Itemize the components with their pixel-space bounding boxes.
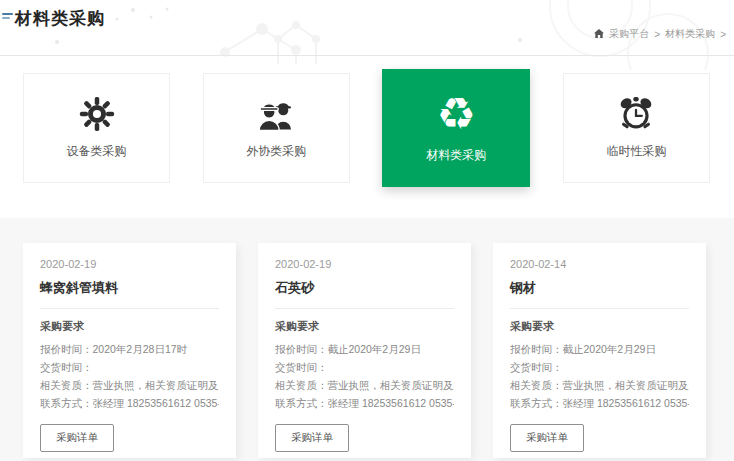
listing-divider <box>275 308 454 309</box>
purchase-detail-button[interactable]: 采购详单 <box>40 424 114 452</box>
listing-detail-qualifications: 相关资质：营业执照，相关资质证明及业绩清单等 <box>510 376 689 394</box>
gear-icon <box>79 96 115 132</box>
workers-icon <box>256 96 296 132</box>
home-icon <box>594 29 604 39</box>
listing-date: 2020-02-19 <box>40 258 219 270</box>
listing-detail-contact: 联系方式：张经理 18253561612 0535-8012972 <box>510 394 689 412</box>
listing-card: 2020-02-19 石英砂 采购要求 报价时间：截止2020年2月29日 交货… <box>258 243 471 458</box>
listing-detail-quote-time: 报价时间：截止2020年2月29日 <box>275 340 454 358</box>
purchase-detail-button[interactable]: 采购详单 <box>275 424 349 452</box>
listing-cards: 2020-02-19 蜂窝斜管填料 采购要求 报价时间：2020年2月28日17… <box>23 243 706 458</box>
category-card-outsourcing[interactable]: 外协类采购 <box>203 73 350 183</box>
listing-title: 石英砂 <box>275 279 454 297</box>
listing-date: 2020-02-19 <box>275 258 454 270</box>
listing-date: 2020-02-14 <box>510 258 689 270</box>
listing-divider <box>40 308 219 309</box>
listing-section-label: 采购要求 <box>40 319 219 334</box>
listing-detail-qualifications: 相关资质：营业执照，相关资质证明及业绩清单等 <box>275 376 454 394</box>
category-card-equipment[interactable]: 设备类采购 <box>23 73 170 183</box>
category-cards: 设备类采购 外协类采购 ♻ 材料类采购 <box>23 73 710 187</box>
purchase-detail-button[interactable]: 采购详单 <box>510 424 584 452</box>
breadcrumb-separator: > <box>720 29 726 40</box>
listing-detail-delivery-time: 交货时间： <box>510 358 689 376</box>
recycle-icon: ♻ <box>437 92 476 136</box>
listing-section-label: 采购要求 <box>510 319 689 334</box>
listing-detail-contact: 联系方式：张经理 18253561612 0535-8012972 <box>275 394 454 412</box>
alarm-clock-icon <box>618 96 654 132</box>
listing-card: 2020-02-19 蜂窝斜管填料 采购要求 报价时间：2020年2月28日17… <box>23 243 236 458</box>
category-label: 临时性采购 <box>606 143 666 160</box>
category-card-material[interactable]: ♻ 材料类采购 <box>382 69 530 187</box>
page-title: 材料类采购 <box>15 7 105 30</box>
breadcrumb-home[interactable]: 采购平台 <box>609 27 649 41</box>
category-card-temporary[interactable]: 临时性采购 <box>563 73 710 183</box>
header-divider <box>0 55 734 56</box>
listing-detail-delivery-time: 交货时间： <box>275 358 454 376</box>
listing-divider <box>510 308 689 309</box>
category-label: 外协类采购 <box>246 143 306 160</box>
listing-title: 钢材 <box>510 279 689 297</box>
listing-detail-quote-time: 报价时间：2020年2月28日17时 <box>40 340 219 358</box>
listing-detail-delivery-time: 交货时间： <box>40 358 219 376</box>
material-procurement-page: 材料类采购 采购平台 > 材料类采购 > <box>0 0 734 461</box>
title-list-icon <box>2 13 13 21</box>
breadcrumb: 采购平台 > 材料类采购 > <box>594 27 726 41</box>
listing-title: 蜂窝斜管填料 <box>40 279 219 297</box>
listing-card: 2020-02-14 钢材 采购要求 报价时间：截止2020年2月29日 交货时… <box>493 243 706 458</box>
breadcrumb-separator: > <box>654 29 660 40</box>
listing-detail-contact: 联系方式：张经理 18253561612 0535-8012972 <box>40 394 219 412</box>
listing-section-label: 采购要求 <box>275 319 454 334</box>
category-label: 材料类采购 <box>426 147 486 164</box>
listing-detail-quote-time: 报价时间：截止2020年2月29日 <box>510 340 689 358</box>
category-label: 设备类采购 <box>67 143 127 160</box>
breadcrumb-current[interactable]: 材料类采购 <box>665 27 715 41</box>
listing-detail-qualifications: 相关资质：营业执照，相关资质证明及业绩清单等 <box>40 376 219 394</box>
